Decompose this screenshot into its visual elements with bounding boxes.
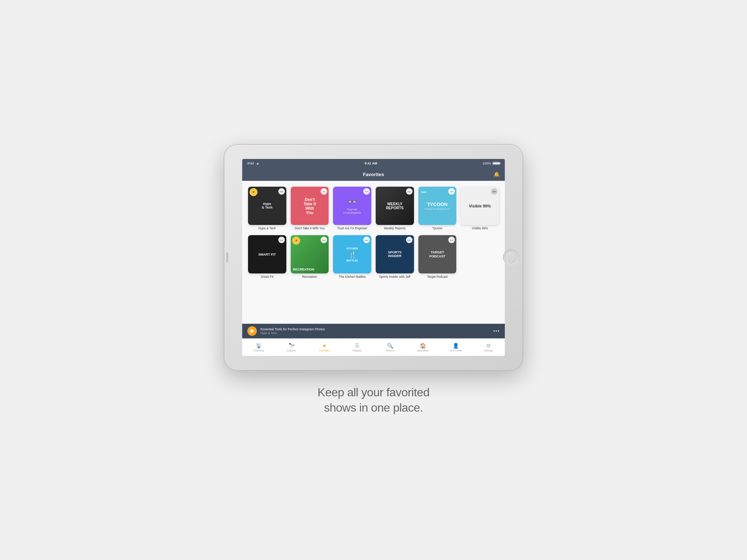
badge-hype-tech: ★ bbox=[249, 188, 258, 196]
tycoon-art-sub: Podcast for entrepreneurs bbox=[425, 208, 450, 210]
tab-channels-label: Channels bbox=[253, 349, 264, 352]
podcast-item-tycoon[interactable]: NEW ••• TYCOON Podcast for entrepreneurs… bbox=[418, 187, 457, 230]
badge-recreation: ★ bbox=[292, 237, 300, 245]
podcast-thumb-kitchen[interactable]: ••• KITCHEN 🍴 BATTLES bbox=[333, 235, 371, 273]
menu-btn-recreation[interactable]: ••• bbox=[321, 237, 327, 243]
kitchen-art-icon: 🍴 bbox=[348, 250, 356, 258]
podcast-name-tycoon: Tycoon bbox=[418, 226, 457, 230]
home-button-inner bbox=[505, 251, 517, 264]
podcast-name-hype-tech: Hype & Tech bbox=[248, 226, 286, 230]
playlists-icon: ☰ bbox=[355, 343, 360, 349]
tab-settings-label: Settings bbox=[484, 349, 493, 352]
podcast-item-kitchen[interactable]: ••• KITCHEN 🍴 BATTLES The Kitchen Battle… bbox=[333, 235, 371, 279]
podcast-thumb-sports[interactable]: ••• SPORTSINSIDER bbox=[376, 235, 414, 273]
podcast-item-visible99[interactable]: ••• Visible 99% Visible 99% bbox=[461, 187, 499, 230]
podcast-name-kitchen: The Kitchen Battles bbox=[333, 275, 371, 279]
tab-settings[interactable]: ⚙ Settings bbox=[472, 339, 505, 356]
podcast-item-target[interactable]: ••• TARGETPODCAST Target Podcast bbox=[418, 235, 457, 279]
podcast-item-recreation[interactable]: ★ ••• RECREATION Recreation bbox=[291, 235, 329, 279]
mini-player[interactable]: Essential Tools for Perfect Instagram Ph… bbox=[242, 324, 505, 338]
home-button[interactable] bbox=[503, 249, 519, 265]
tab-channels[interactable]: 📡 Channels bbox=[242, 339, 275, 356]
tab-favorites[interactable]: ★ Favorites bbox=[308, 339, 341, 356]
tab-newsfeed-label: Newsfeed bbox=[417, 349, 428, 352]
play-triangle-icon bbox=[251, 329, 254, 333]
status-right: 100% bbox=[483, 162, 500, 165]
status-bar: iPad ▲ 9:41 AM 100% bbox=[242, 159, 505, 168]
menu-btn-tycoon[interactable]: ••• bbox=[448, 188, 455, 195]
menu-btn-hype-tech[interactable]: ••• bbox=[278, 188, 285, 195]
weekly-art-text: WEEKLYREPORTS bbox=[386, 202, 403, 210]
podcast-item-dont-take-it[interactable]: ••• Don'tTake ItWithYou Don't Take it Wi… bbox=[291, 187, 329, 230]
channels-icon: 📡 bbox=[256, 343, 262, 349]
tab-explore[interactable]: 🔭 Explore bbox=[275, 339, 308, 356]
trust-art-text: Trust me,I'm an Engineer bbox=[343, 208, 361, 214]
device-label: iPad bbox=[247, 162, 254, 165]
podcast-thumb-trust[interactable]: ••• 👓 Trust me,I'm an Engineer bbox=[333, 187, 371, 225]
podcast-thumb-tycoon[interactable]: NEW ••• TYCOON Podcast for entrepreneurs bbox=[418, 187, 457, 225]
tab-search[interactable]: 🔍 Search bbox=[374, 339, 406, 356]
podcast-thumb-dont[interactable]: ••• Don'tTake ItWithYou bbox=[291, 187, 329, 225]
podcast-item-trust-me[interactable]: ••• 👓 Trust me,I'm an Engineer Trust me … bbox=[333, 187, 371, 230]
recreation-art-text: RECREATION bbox=[293, 268, 314, 271]
podcast-thumb-hype-tech[interactable]: ★ ••• Hype& Tech bbox=[248, 187, 286, 225]
explore-icon: 🔭 bbox=[289, 343, 295, 349]
your-profile-icon: 👤 bbox=[453, 343, 459, 349]
tab-newsfeed[interactable]: 🏠 Newsfeed bbox=[406, 339, 439, 356]
podcast-item-empty bbox=[461, 235, 499, 279]
kitchen-art-title: KITCHEN bbox=[347, 247, 358, 250]
status-time: 9:41 AM bbox=[365, 162, 377, 165]
tab-explore-label: Explore bbox=[287, 349, 296, 352]
page-wrapper: iPad ▲ 9:41 AM 100% Favorites 🔔 bbox=[209, 122, 538, 437]
menu-btn-target[interactable]: ••• bbox=[448, 237, 455, 243]
tagline-line2: shows in one place. bbox=[324, 401, 423, 414]
podcast-name-trust: Trust me I'm Engineer bbox=[333, 226, 371, 230]
menu-btn-trust[interactable]: ••• bbox=[363, 188, 370, 195]
tagline-line1: Keep all your favorited bbox=[318, 386, 430, 399]
podcast-thumb-recreation[interactable]: ★ ••• RECREATION bbox=[291, 235, 329, 273]
menu-btn-sports[interactable]: ••• bbox=[406, 237, 413, 243]
menu-btn-dont[interactable]: ••• bbox=[321, 188, 327, 195]
battery-label: 100% bbox=[483, 162, 491, 165]
podcast-item-hype-tech[interactable]: ★ ••• Hype& Tech Hype & Tech bbox=[248, 187, 286, 230]
podcast-name-visible: Visible 99% bbox=[461, 226, 499, 230]
podcast-grid: ★ ••• Hype& Tech Hype & Tech ••• Don'tTa… bbox=[248, 187, 499, 279]
tab-playlists[interactable]: ☰ Playlists bbox=[341, 339, 374, 356]
menu-btn-weekly[interactable]: ••• bbox=[406, 188, 413, 195]
podcast-thumb-weekly[interactable]: ••• WEEKLYREPORTS bbox=[376, 187, 414, 225]
podcast-name-sports: Sports Insider with Jeff bbox=[376, 275, 414, 279]
tab-bar: 📡 Channels 🔭 Explore ★ Favorites ☰ Playl… bbox=[242, 338, 505, 356]
podcast-item-sports[interactable]: ••• SPORTSINSIDER Sports Insider with Je… bbox=[376, 235, 414, 279]
tab-search-label: Search bbox=[386, 349, 394, 352]
search-icon: 🔍 bbox=[387, 343, 393, 349]
visible-art-text: Visible 99% bbox=[469, 204, 491, 208]
tab-your-profile[interactable]: 👤 Your Profile bbox=[439, 339, 472, 356]
mini-player-play-button[interactable] bbox=[247, 326, 257, 336]
sports-art-text: SPORTSINSIDER bbox=[388, 251, 402, 258]
ipad-shell: iPad ▲ 9:41 AM 100% Favorites 🔔 bbox=[224, 144, 523, 370]
newsfeed-icon: 🏠 bbox=[420, 343, 426, 349]
smartfit-art-text: SMART FIT bbox=[258, 253, 276, 256]
hype-tech-art-text: Hype& Tech bbox=[262, 202, 272, 210]
bell-icon[interactable]: 🔔 bbox=[494, 171, 500, 177]
podcast-item-smartfit[interactable]: ••• SMART FIT Smart Fit bbox=[248, 235, 286, 279]
podcast-name-recreation: Recreation bbox=[291, 275, 329, 279]
side-button bbox=[227, 252, 228, 262]
podcast-thumb-smartfit[interactable]: ••• SMART FIT bbox=[248, 235, 286, 273]
podcast-name-smartfit: Smart Fit bbox=[248, 275, 286, 279]
battery-tip bbox=[500, 163, 500, 164]
podcast-thumb-target[interactable]: ••• TARGETPODCAST bbox=[418, 235, 457, 273]
tagline: Keep all your favorited shows in one pla… bbox=[318, 385, 430, 415]
menu-btn-visible[interactable]: ••• bbox=[491, 188, 498, 195]
tab-playlists-label: Playlists bbox=[352, 349, 362, 352]
mini-player-more-button[interactable]: ••• bbox=[493, 328, 500, 334]
ipad-screen: iPad ▲ 9:41 AM 100% Favorites 🔔 bbox=[242, 159, 505, 356]
target-art-text: TARGETPODCAST bbox=[429, 250, 445, 258]
menu-btn-kitchen[interactable]: ••• bbox=[363, 237, 370, 243]
podcast-item-weekly[interactable]: ••• WEEKLYREPORTS Weekly Reports bbox=[376, 187, 414, 230]
nav-bar: Favorites 🔔 bbox=[242, 168, 505, 181]
podcast-thumb-visible[interactable]: ••• Visible 99% bbox=[461, 187, 499, 225]
mini-player-show: Hype & Tech bbox=[260, 331, 489, 335]
wifi-icon: ▲ bbox=[256, 162, 259, 165]
menu-btn-smartfit[interactable]: ••• bbox=[278, 237, 285, 243]
